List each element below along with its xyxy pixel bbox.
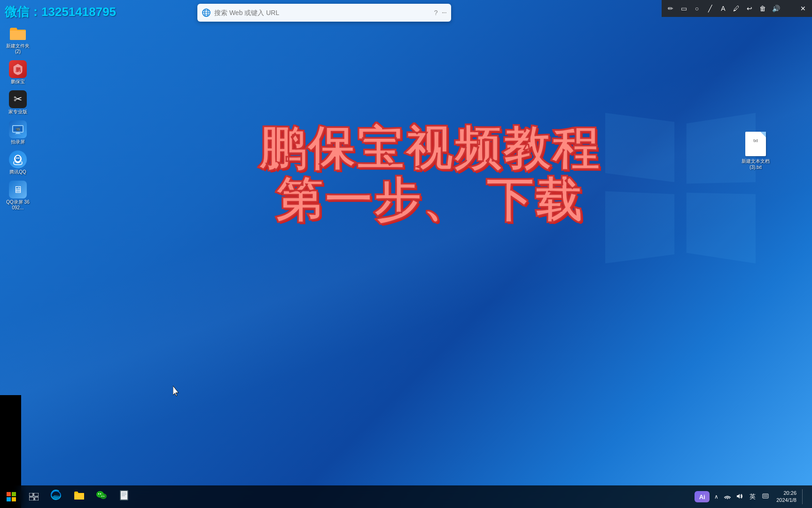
desktop-icons-container: 新建文件夹(2) 鹏 鹏保宝 ✂ 家专业版 📹 [0, 19, 36, 216]
url-input[interactable] [214, 9, 430, 16]
tablet-icon [119, 490, 129, 504]
qqscreen-icon: 🖥 [9, 181, 27, 198]
svg-rect-40 [763, 494, 768, 498]
svg-point-32 [103, 496, 104, 497]
desktop-icon-txtfile[interactable]: txt 新建文本文档 (3).txt [737, 132, 774, 170]
svg-text:鹏: 鹏 [15, 67, 21, 72]
browser-bar[interactable]: ? ··· [197, 4, 451, 22]
ai-badge[interactable]: Ai [695, 491, 710, 502]
svg-rect-23 [29, 493, 33, 496]
tablet-taskbar-button[interactable] [113, 485, 135, 508]
edge-icon [51, 490, 62, 504]
show-desktop-button[interactable] [802, 489, 808, 504]
svg-rect-41 [764, 495, 765, 496]
time-display: 20:26 [776, 490, 796, 497]
svg-rect-13 [16, 133, 20, 134]
pen-icon[interactable]: 🖊 [731, 3, 742, 14]
svg-rect-46 [766, 496, 767, 497]
mouse-cursor [173, 386, 179, 395]
taskbar: Ai ∧ 英 [0, 485, 812, 508]
desktop-icon-qq[interactable]: 腾讯QQ [4, 149, 32, 177]
edge-taskbar-button[interactable] [45, 485, 68, 508]
txtfile-icon-label: 新建文本文档 (3).txt [737, 158, 774, 170]
svg-point-38 [727, 498, 728, 499]
qq-icon-label: 腾讯QQ [9, 169, 26, 175]
svg-rect-42 [765, 495, 766, 496]
main-title-line1: 鹏保宝视频教程 [141, 122, 718, 174]
desktop-icon-qqscreen[interactable]: 🖥 QQ录屏 36092... [4, 179, 32, 213]
watermark-text: 微信：13251418795 [5, 4, 116, 20]
svg-rect-34 [121, 491, 127, 500]
svg-rect-22 [12, 497, 16, 501]
language-indicator[interactable]: 英 [747, 492, 758, 501]
browser-menu-icon[interactable]: ··· [442, 8, 446, 17]
svg-rect-19 [7, 492, 11, 496]
clock[interactable]: 20:26 2024/1/8 [773, 490, 800, 504]
explorer-taskbar-button[interactable] [68, 485, 90, 508]
scissors-icon-label: 家专业版 [8, 109, 27, 115]
svg-point-30 [100, 493, 101, 494]
scissors-icon: ✂ [9, 90, 27, 108]
delete-icon[interactable]: 🗑 [757, 3, 768, 14]
desktop-icon-pengbaobao[interactable]: 鹏 鹏保宝 [4, 58, 32, 87]
qq-icon [9, 151, 27, 168]
svg-point-29 [98, 493, 99, 494]
main-title-line2: 第一步、 下载 [141, 174, 718, 226]
txtfile-icon-text: txt [753, 138, 758, 143]
task-view-button[interactable] [23, 485, 45, 508]
desktop-icon-folder[interactable]: 新建文件夹(2) [4, 23, 32, 56]
volume-icon[interactable]: 🔊 [771, 3, 781, 14]
svg-point-18 [18, 158, 20, 159]
svg-marker-39 [737, 494, 740, 499]
svg-rect-21 [7, 497, 11, 501]
pengbaobao-icon-label: 鹏保宝 [11, 79, 25, 85]
desktop: ✏ ▭ ○ ╱ A 🖊 ↩ 🗑 🔊 ✕ ? ··· 微信：1325141879 [0, 0, 812, 508]
svg-point-31 [102, 496, 102, 497]
annotation-tools: ✏ ▭ ○ ╱ A 🖊 ↩ 🗑 🔊 [665, 3, 781, 14]
browser-favicon [202, 8, 211, 17]
qqscreen-icon-label: QQ录屏 36092... [6, 199, 30, 211]
svg-rect-24 [34, 493, 39, 496]
txtfile-icon: txt [745, 132, 766, 156]
ime-icon[interactable] [760, 493, 771, 500]
svg-rect-44 [764, 496, 765, 497]
close-icon[interactable]: ✕ [798, 3, 808, 14]
svg-text:📹: 📹 [16, 127, 20, 131]
taskbar-apps [45, 485, 694, 508]
tray-expand-icon[interactable]: ∧ [712, 493, 720, 500]
screen-icon: 📹 [9, 120, 27, 138]
svg-rect-26 [35, 497, 39, 500]
svg-rect-25 [29, 497, 34, 500]
wechat-icon [95, 490, 108, 504]
pencil-icon[interactable]: ✏ [665, 3, 676, 14]
system-tray: Ai ∧ 英 [694, 485, 812, 508]
start-button[interactable] [0, 485, 23, 508]
folder-icon-label: 新建文件夹(2) [6, 43, 30, 55]
svg-rect-45 [765, 496, 766, 497]
desktop-icon-scissors[interactable]: ✂ 家专业版 [4, 88, 32, 117]
undo-icon[interactable]: ↩ [744, 3, 755, 14]
volume-tray-icon[interactable] [734, 493, 745, 500]
annotation-toolbar: ✏ ▭ ○ ╱ A 🖊 ↩ 🗑 🔊 ✕ [662, 0, 812, 17]
svg-point-16 [16, 156, 20, 161]
svg-point-17 [16, 158, 18, 159]
line-icon[interactable]: ╱ [705, 3, 715, 14]
main-title: 鹏保宝视频教程 第一步、 下载 [141, 122, 718, 226]
network-icon[interactable] [722, 493, 733, 500]
date-display: 2024/1/8 [776, 497, 796, 504]
screen-icon-label: 拍录屏 [11, 139, 25, 145]
explorer-icon [73, 490, 85, 503]
circle-icon[interactable]: ○ [692, 3, 702, 14]
svg-rect-14 [15, 134, 21, 134]
svg-rect-43 [766, 495, 767, 496]
pengbaobao-icon: 鹏 [9, 60, 27, 78]
help-icon[interactable]: ? [434, 9, 438, 16]
text-icon[interactable]: A [718, 3, 728, 14]
desktop-icon-screen[interactable]: 📹 拍录屏 [4, 119, 32, 147]
folder-icon [9, 24, 27, 42]
wechat-taskbar-button[interactable] [90, 485, 113, 508]
svg-rect-20 [12, 492, 16, 496]
rect-icon[interactable]: ▭ [679, 3, 689, 14]
